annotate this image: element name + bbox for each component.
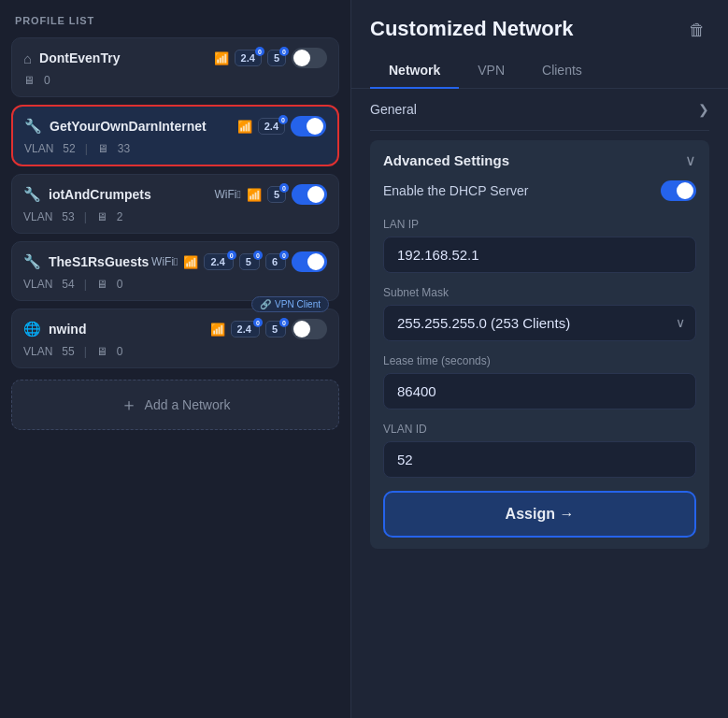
clients-icon: 🖥 — [96, 278, 107, 291]
dhcp-row: Enable the DHCP Server — [383, 169, 696, 205]
tab-clients[interactable]: Clients — [523, 53, 601, 89]
badge-5: 50 — [239, 253, 260, 270]
lan-ip-group: LAN IP — [383, 218, 696, 273]
subnet-mask-select[interactable]: 255.255.255.0 (253 Clients) — [383, 305, 696, 341]
lease-time-group: Lease time (seconds) — [383, 354, 696, 409]
network-toggle[interactable] — [292, 184, 327, 205]
badge-dot: 0 — [253, 318, 263, 327]
network-card-theS1RsGuests[interactable]: 🔧 TheS1RsGuests WiFi𝋆 📶 2.40 50 60 VLAN — [11, 241, 339, 301]
vlan-label: VLAN — [23, 210, 52, 223]
dhcp-toggle[interactable] — [661, 180, 696, 201]
general-label: General — [370, 102, 417, 117]
wifi-icon: 📶 — [183, 255, 198, 269]
wifi6-icon: WiFi𝋆 — [151, 255, 178, 268]
badge-dot: 0 — [279, 251, 289, 260]
advanced-settings-header[interactable]: Advanced Settings ∨ — [383, 151, 696, 169]
card-badges: WiFi𝋆 📶 2.40 50 60 — [151, 251, 327, 272]
card-badges: 📶 2.4 0 5 0 — [214, 48, 327, 68]
subnet-mask-select-wrapper: 255.255.255.0 (253 Clients) ∨ — [383, 305, 696, 341]
right-panel: Customized Network 🗑 Network VPN Clients… — [350, 0, 728, 718]
badge-24: 2.40 — [204, 253, 233, 270]
trash-icon[interactable]: 🗑 — [685, 17, 709, 44]
wifi-icon: 📶 — [237, 120, 252, 134]
wifi-icon: 📶 — [210, 323, 225, 337]
vlan-label: VLAN — [24, 142, 53, 155]
card-badges: 📶 2.40 50 — [210, 319, 327, 339]
advanced-settings-section: Advanced Settings ∨ Enable the DHCP Serv… — [370, 140, 709, 549]
tab-vpn[interactable]: VPN — [459, 53, 523, 89]
clients-count: 33 — [118, 142, 130, 155]
wifi-icon: 📶 — [247, 188, 262, 202]
vlan-id-input[interactable] — [383, 441, 696, 478]
lease-time-label: Lease time (seconds) — [383, 354, 696, 367]
vlan-id-label: VLAN ID — [383, 423, 696, 436]
wrench-icon: 🔧 — [23, 253, 41, 270]
globe-icon: 🌐 — [23, 321, 41, 337]
badge-dot: 0 — [227, 251, 236, 260]
assign-button[interactable]: Assign → — [383, 491, 696, 538]
network-name: iotAndCrumpets — [49, 187, 151, 202]
subnet-mask-label: Subnet Mask — [383, 286, 696, 299]
vlan-label: VLAN — [23, 345, 52, 358]
badge-24: 2.4 0 — [235, 50, 262, 66]
chevron-down-icon: ∨ — [685, 151, 696, 169]
page-title: Customized Network — [370, 17, 574, 41]
clients-icon: 🖥 — [23, 74, 35, 87]
badge-5: 5 0 — [267, 186, 286, 203]
network-toggle[interactable] — [292, 251, 327, 272]
network-card-iotAndCrumpets[interactable]: 🔧 iotAndCrumpets WiFi𝋆 📶 5 0 VLAN 53 | 🖥… — [11, 174, 339, 234]
vlan-value: 54 — [62, 278, 74, 291]
lan-ip-label: LAN IP — [383, 218, 696, 231]
wrench-icon: 🔧 — [23, 186, 41, 203]
network-name: nwind — [49, 322, 86, 337]
network-card-nwind[interactable]: 🔗 VPN Client 🌐 nwind 📶 2.40 50 VLAN — [11, 309, 339, 368]
network-name: DontEvenTry — [39, 50, 120, 65]
chevron-right-icon: ❯ — [698, 102, 709, 117]
clients-icon: 🖥 — [96, 345, 107, 358]
home-icon: ⌂ — [23, 50, 32, 66]
network-card-dontEventTry[interactable]: ⌂ DontEvenTry 📶 2.4 0 5 0 🖥 0 — [11, 37, 339, 97]
right-content: General ❯ Advanced Settings ∨ Enable the… — [351, 89, 728, 719]
lan-ip-input[interactable] — [383, 237, 696, 273]
wrench-icon: 🔧 — [24, 118, 42, 135]
wifi6-icon: WiFi𝋆 — [215, 188, 241, 201]
badge-dot: 0 — [278, 115, 288, 124]
advanced-settings-title: Advanced Settings — [383, 152, 509, 168]
vlan-value: 55 — [62, 345, 74, 358]
badge-dot: 0 — [253, 251, 263, 260]
network-card-getYourOwn[interactable]: 🔧 GetYourOwnDarnInternet 📶 2.4 0 VLAN 52… — [11, 105, 339, 166]
vlan-value: 53 — [62, 210, 74, 223]
card-badges: 📶 2.4 0 — [237, 116, 326, 136]
add-network-button[interactable]: ＋ Add a Network — [11, 380, 339, 430]
left-panel: PROFILE LIST ⌂ DontEvenTry 📶 2.4 0 5 0 — [0, 0, 350, 718]
clients-count: 0 — [117, 278, 123, 291]
clients-icon: 🖥 — [96, 210, 107, 223]
badge-dot: 0 — [279, 318, 289, 327]
vpn-client-badge: 🔗 VPN Client — [251, 296, 329, 312]
lease-time-input[interactable] — [383, 373, 696, 409]
clients-count: 2 — [117, 210, 123, 223]
subnet-mask-group: Subnet Mask 255.255.255.0 (253 Clients) … — [383, 286, 696, 341]
vlan-label: VLAN — [23, 278, 52, 291]
network-toggle[interactable] — [292, 48, 327, 68]
network-toggle[interactable] — [292, 319, 327, 339]
card-badges: WiFi𝋆 📶 5 0 — [215, 184, 328, 205]
clients-count: 0 — [44, 74, 50, 87]
dhcp-label: Enable the DHCP Server — [383, 183, 528, 198]
badge-dot: 0 — [279, 47, 289, 56]
tabs-row: Network VPN Clients — [351, 53, 728, 89]
plus-icon: ＋ — [121, 394, 137, 416]
badge-5: 50 — [265, 321, 286, 337]
general-row[interactable]: General ❯ — [370, 89, 709, 131]
network-name: GetYourOwnDarnInternet — [50, 119, 207, 134]
profile-list-label: PROFILE LIST — [11, 15, 339, 26]
tab-network[interactable]: Network — [370, 53, 459, 89]
badge-24: 2.4 0 — [258, 118, 285, 135]
vlan-id-group: VLAN ID — [383, 423, 696, 478]
badge-dot: 0 — [255, 47, 264, 56]
wifi-icon: 📶 — [214, 51, 229, 65]
badge-dot: 0 — [279, 183, 289, 193]
network-toggle[interactable] — [291, 116, 326, 136]
network-name: TheS1RsGuests — [49, 254, 149, 269]
badge-5: 5 0 — [267, 50, 286, 66]
